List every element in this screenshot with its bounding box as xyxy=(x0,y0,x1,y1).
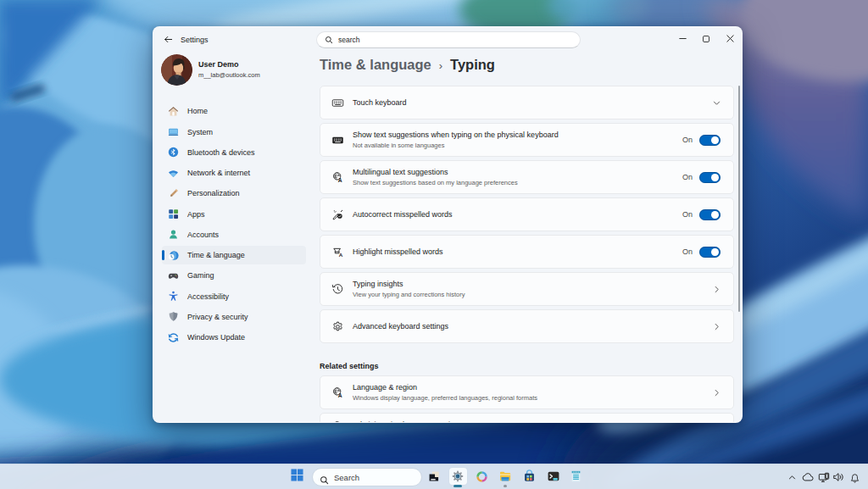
taskbar-app-copilot[interactable] xyxy=(473,468,491,485)
sidebar-item-label: Apps xyxy=(187,210,205,219)
apps-icon xyxy=(168,208,179,219)
system-icon xyxy=(168,126,179,137)
card-partial[interactable]: AAdministrative language settings xyxy=(320,413,734,423)
card-language-region[interactable]: ALanguage & regionWindows display langua… xyxy=(320,375,734,409)
sidebar-item-bluetooth-devices[interactable]: Bluetooth & devices xyxy=(162,143,306,162)
card-subtitle: Show text suggestions based on my langua… xyxy=(353,179,518,186)
taskbar-app-terminal[interactable] xyxy=(544,468,562,485)
sidebar-item-label: Network & internet xyxy=(187,169,250,177)
card-touch-keyboard[interactable]: Touch keyboard xyxy=(320,86,734,119)
highlight-icon: A xyxy=(331,246,344,258)
settings-gear-icon xyxy=(451,470,465,483)
sidebar-item-privacy-security[interactable]: Privacy & security xyxy=(162,308,306,326)
search-icon xyxy=(320,473,329,482)
chevron-right-icon xyxy=(712,322,721,331)
volume-icon xyxy=(832,472,844,482)
sidebar-item-label: Gaming xyxy=(187,271,214,280)
scrollbar-thumb[interactable] xyxy=(738,86,741,312)
sidebar-item-home[interactable]: Home xyxy=(162,102,306,120)
tray-notifications[interactable] xyxy=(845,467,864,487)
card-title: Touch keyboard xyxy=(353,98,407,107)
card-advanced-keyboard-settings[interactable]: Advanced keyboard settings xyxy=(320,309,734,343)
back-button[interactable] xyxy=(159,31,177,49)
privacy-icon xyxy=(168,311,179,322)
card-subtitle: View your typing and corrections history xyxy=(353,291,465,298)
time-language-icon xyxy=(168,250,179,261)
language-region-icon: A xyxy=(331,386,344,399)
taskbar-search-label: Search xyxy=(334,473,359,482)
card-highlight-misspelled-words[interactable]: AHighlight misspelled wordsOn xyxy=(320,235,734,269)
toggle-switch[interactable] xyxy=(699,247,721,258)
breadcrumb: Time & language › Typing xyxy=(320,57,495,73)
multilingual-icon: A xyxy=(331,171,344,184)
card-title: Typing insights xyxy=(353,280,465,288)
gaming-icon xyxy=(168,270,179,281)
network-icon xyxy=(168,168,179,179)
personalization-icon xyxy=(168,188,179,199)
language-settings-icon: A xyxy=(331,420,344,423)
sidebar-item-time-language[interactable]: Time & language xyxy=(162,246,306,264)
typing-insights-icon xyxy=(331,283,344,296)
breadcrumb-current: Typing xyxy=(450,57,495,73)
card-show-text-suggestions-when-typing-on-the-physical-keyboard[interactable]: Show text suggestions when typing on the… xyxy=(320,123,734,157)
card-subtitle: Windows display language, preferred lang… xyxy=(353,394,537,402)
sidebar-item-network-internet[interactable]: Network & internet xyxy=(162,164,306,182)
user-profile[interactable]: User Demo m__lab@outlook.com xyxy=(161,54,260,86)
related-settings-header: Related settings xyxy=(320,362,379,370)
toggle-state-label: On xyxy=(682,173,693,181)
sidebar-item-label: Privacy & security xyxy=(187,313,248,321)
window-title: Settings xyxy=(181,27,209,53)
sidebar-item-windows-update[interactable]: Windows Update xyxy=(162,328,306,347)
card-subtitle: Not available in some languages xyxy=(353,142,559,149)
windows-start-icon xyxy=(291,469,303,485)
card-title: Show text suggestions when typing on the… xyxy=(353,131,559,139)
card-multilingual-text-suggestions[interactable]: AMultilingual text suggestionsShow text … xyxy=(320,160,734,194)
taskbar-app-notepad[interactable] xyxy=(567,468,585,485)
card-typing-insights[interactable]: Typing insightsView your typing and corr… xyxy=(320,272,734,306)
card-title: Language & region xyxy=(353,383,537,392)
sidebar-item-accessibility[interactable]: Accessibility xyxy=(162,287,306,306)
breadcrumb-parent[interactable]: Time & language xyxy=(320,57,431,73)
taskbar-app-settings[interactable] xyxy=(449,468,467,485)
toggle-switch[interactable] xyxy=(699,209,721,220)
sidebar-item-label: System xyxy=(187,128,213,136)
sidebar-item-accounts[interactable]: Accounts xyxy=(162,225,306,244)
sidebar-item-label: Accounts xyxy=(187,231,219,239)
network-tray-icon xyxy=(818,472,830,483)
sidebar-item-personalization[interactable]: Personalization xyxy=(162,184,306,203)
taskbar-app-file-explorer[interactable] xyxy=(497,468,515,485)
windows-update-icon xyxy=(168,332,179,343)
toggle-switch[interactable] xyxy=(699,135,721,146)
running-app-indicator xyxy=(504,485,507,487)
sidebar-item-label: Windows Update xyxy=(187,333,245,342)
minimize-button[interactable] xyxy=(670,27,694,51)
maximize-button[interactable] xyxy=(694,27,718,51)
sidebar-item-system[interactable]: System xyxy=(162,123,306,142)
accessibility-icon xyxy=(168,291,179,302)
settings-window: Settings search User Demo m__lab@outlook… xyxy=(153,26,743,423)
maximize-icon xyxy=(702,31,710,47)
sidebar-item-apps[interactable]: Apps xyxy=(162,205,306,224)
sidebar-item-label: Accessibility xyxy=(187,292,229,301)
physical-keyboard-icon xyxy=(331,134,344,147)
taskbar-app-microsoft-store[interactable] xyxy=(520,468,538,485)
taskbar-app-desktops[interactable] xyxy=(426,468,443,485)
settings-search-input[interactable]: search xyxy=(316,31,581,48)
card-autocorrect-misspelled-words[interactable]: Autocorrect misspelled wordsOn xyxy=(320,197,734,231)
autocorrect-icon xyxy=(331,208,344,221)
start-button[interactable] xyxy=(288,468,306,485)
search-icon xyxy=(325,36,333,44)
taskbar-search[interactable]: Search xyxy=(312,468,422,486)
titlebar[interactable]: Settings search xyxy=(153,27,742,53)
desktops-icon xyxy=(428,470,440,482)
avatar xyxy=(161,54,192,86)
toggle-switch[interactable] xyxy=(699,172,721,183)
chevron-up-icon xyxy=(787,473,797,482)
chevron-right-icon xyxy=(712,285,721,294)
sidebar-item-gaming[interactable]: Gaming xyxy=(162,266,306,285)
close-button[interactable] xyxy=(718,27,742,51)
notepad-icon xyxy=(570,470,582,483)
active-app-indicator xyxy=(453,485,462,487)
toggle-state-label: On xyxy=(682,210,693,219)
card-title: Multilingual text suggestions xyxy=(353,168,518,176)
